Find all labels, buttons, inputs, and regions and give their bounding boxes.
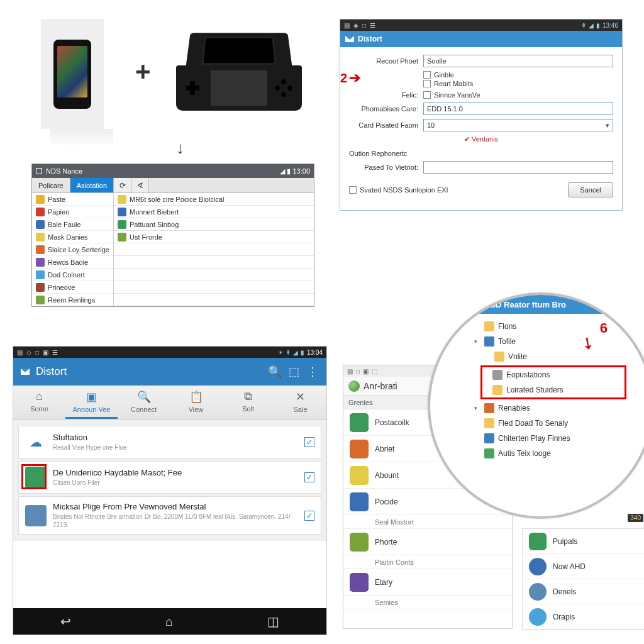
tree-item[interactable]: Chiterten Play Finnes bbox=[474, 431, 644, 446]
list-item[interactable]: Seal Mostort bbox=[343, 515, 512, 529]
list-item[interactable]: Papieo bbox=[32, 206, 113, 218]
package-icon[interactable]: ⬚ bbox=[287, 365, 300, 378]
tab-connect[interactable]: 🔍Connect bbox=[118, 386, 170, 419]
content-list: MR6t sole cire Pooice Biolcical Munnert … bbox=[114, 193, 314, 306]
list-item[interactable]: Slaice Loy Serterige bbox=[32, 243, 113, 256]
nav-recent-icon[interactable]: ◫ bbox=[267, 614, 279, 629]
card-select[interactable]: 10 bbox=[423, 119, 613, 131]
game-icon bbox=[25, 505, 47, 526]
list-item[interactable]: Reem Renlings bbox=[32, 294, 113, 306]
list-item[interactable]: Semies bbox=[343, 596, 512, 609]
tree-item[interactable]: ▾Tofile bbox=[474, 334, 644, 349]
tab-solt[interactable]: ⧉Solt bbox=[222, 386, 274, 419]
checkbox[interactable]: ✓ bbox=[304, 472, 314, 482]
list-item[interactable]: Pattuant Sinbog bbox=[114, 218, 314, 231]
tree-item[interactable]: Autis Teix looge bbox=[474, 446, 644, 461]
android-navbar: ↩ ⌂ ◫ bbox=[13, 608, 326, 635]
checkbox-reart-mabits[interactable]: Reart Mabits bbox=[423, 80, 613, 87]
content-list: ☁ StuftationResall Vise Hype one Flue ✓ … bbox=[13, 419, 326, 541]
status-time: 340 bbox=[628, 514, 643, 522]
checkbox-ginble[interactable]: Ginble bbox=[423, 71, 613, 79]
step-marker-2: 2➔ bbox=[340, 70, 360, 86]
nds-browser-window: NDS Nance ◢ ▮ 13:00 Policare Asiotation … bbox=[31, 164, 314, 307]
list-item[interactable]: MR6t sole cire Pooice Biolcical bbox=[114, 193, 314, 206]
checkbox[interactable]: ✓ bbox=[304, 437, 314, 447]
nav-back-icon[interactable]: ↩ bbox=[60, 614, 71, 629]
battery-icon: ▮ bbox=[301, 349, 304, 356]
search-icon[interactable]: 🔍 bbox=[269, 365, 281, 378]
list-item bbox=[114, 243, 314, 256]
field-label: Phomabises Care: bbox=[349, 105, 423, 113]
window-title: NDS Nance bbox=[46, 167, 82, 175]
list-item[interactable]: Denels bbox=[523, 579, 644, 604]
tree-item[interactable]: Fled Doad To Senaly bbox=[474, 416, 644, 431]
sancel-button[interactable]: Sancel bbox=[568, 182, 613, 197]
more-icon[interactable]: ⋮ bbox=[306, 365, 319, 378]
list-item[interactable]: Puipals bbox=[523, 529, 644, 554]
list-item[interactable]: Mask Danies bbox=[32, 231, 113, 243]
checkbox-svated[interactable]: Svated NSDS Sunlopion EXI bbox=[349, 186, 448, 194]
list-item[interactable]: Ust Frorde bbox=[114, 231, 314, 243]
list-item[interactable]: Prineove bbox=[32, 281, 113, 294]
list-item[interactable]: Micksai Plige From Pre Vewnoved MerstalB… bbox=[18, 496, 321, 535]
list-item[interactable]: ☁ StuftationResall Vise Hype one Flue ✓ bbox=[18, 426, 321, 458]
list-item[interactable]: De Unideriico Haydable Masot; FeeClisen … bbox=[18, 461, 321, 494]
list-item[interactable]: Paste bbox=[32, 193, 113, 206]
tab-sale[interactable]: ✕Sale bbox=[274, 386, 326, 419]
tree-item[interactable]: ▾Renables bbox=[474, 401, 644, 416]
arrow-down-icon: ↓ bbox=[176, 138, 184, 158]
battery-icon: ▮ bbox=[596, 22, 600, 29]
list-item bbox=[114, 269, 314, 281]
sidebar-list: Paste Papieo Bale Faule Mask Danies Slai… bbox=[32, 193, 114, 306]
list-item[interactable]: Bale Faule bbox=[32, 218, 113, 231]
checkbox-sinnce[interactable]: Sinnce YansVe bbox=[423, 91, 613, 99]
signal-icon: ◢ bbox=[293, 349, 298, 356]
tab-announ[interactable]: ▣Announ Vee bbox=[65, 386, 118, 419]
toolbar-refresh-button[interactable]: ⟳ bbox=[114, 178, 131, 192]
pased-input[interactable] bbox=[423, 161, 613, 174]
recoot-input[interactable]: Soolle bbox=[423, 55, 613, 67]
nav-home-icon[interactable]: ⌂ bbox=[165, 614, 173, 629]
window-icon bbox=[36, 168, 42, 174]
folder-icon bbox=[492, 385, 502, 395]
list-item[interactable]: Etary bbox=[343, 569, 512, 596]
wifi-icon: ⇞ bbox=[581, 22, 586, 29]
list-item[interactable]: Munnert Biebert bbox=[114, 206, 314, 218]
list-item[interactable]: Plaitin Conts bbox=[343, 555, 512, 569]
tree-item[interactable]: Vnlite bbox=[474, 349, 644, 364]
envelope-icon bbox=[345, 36, 354, 42]
game-icon bbox=[25, 467, 47, 488]
list-item[interactable]: Phorte bbox=[343, 529, 512, 555]
folder-icon bbox=[494, 352, 504, 362]
search-icon: 🔍 bbox=[137, 390, 151, 404]
list-item[interactable]: Now AHD bbox=[523, 554, 644, 579]
toolbar-back-button[interactable]: ∢ bbox=[131, 178, 149, 192]
dialog-title: Distort bbox=[358, 35, 382, 43]
tree-item[interactable]: Flons bbox=[474, 319, 644, 334]
section-label: Oution Rephonertc bbox=[349, 150, 412, 157]
list-item bbox=[114, 281, 314, 294]
menu-icon: ▤ bbox=[344, 22, 350, 29]
status-time: 13:00 bbox=[292, 167, 310, 175]
tab-view[interactable]: 📋View bbox=[170, 386, 222, 419]
list-item[interactable]: Dod Colnert bbox=[32, 269, 113, 281]
wifi-icon: ⇞ bbox=[286, 349, 291, 356]
home-icon: ⌂ bbox=[36, 390, 43, 403]
app-title: Anr-brati bbox=[364, 381, 397, 391]
tools-icon: ✕ bbox=[296, 390, 305, 404]
right-apps-list: 340 Puipals Now AHD Denels Orapis bbox=[522, 528, 644, 630]
list-item[interactable]: Rewcs Baole bbox=[32, 256, 113, 269]
tab-some[interactable]: ⌂Some bbox=[13, 386, 65, 419]
checkbox[interactable]: ✓ bbox=[304, 511, 314, 521]
window-titlebar: NDS Nance ◢ ▮ 13:00 bbox=[32, 164, 314, 178]
clipboard-icon: 📋 bbox=[189, 390, 203, 404]
tree-item[interactable]: Eopustations bbox=[482, 367, 625, 382]
tab-asiotation[interactable]: Asiotation bbox=[70, 178, 114, 192]
cloud-icon: ☁ bbox=[25, 431, 47, 453]
field-label: Pased To Vietnot: bbox=[349, 164, 423, 171]
phom-input[interactable]: EDD 15.1.0 bbox=[423, 103, 613, 115]
status-bar: ▤◇□▣☰ ✶⇞◢▮13:04 bbox=[13, 347, 326, 358]
tab-policare[interactable]: Policare bbox=[32, 178, 70, 192]
tree-item[interactable]: Loirated Stuiders bbox=[482, 382, 625, 397]
list-item[interactable]: Orapis bbox=[523, 604, 644, 630]
